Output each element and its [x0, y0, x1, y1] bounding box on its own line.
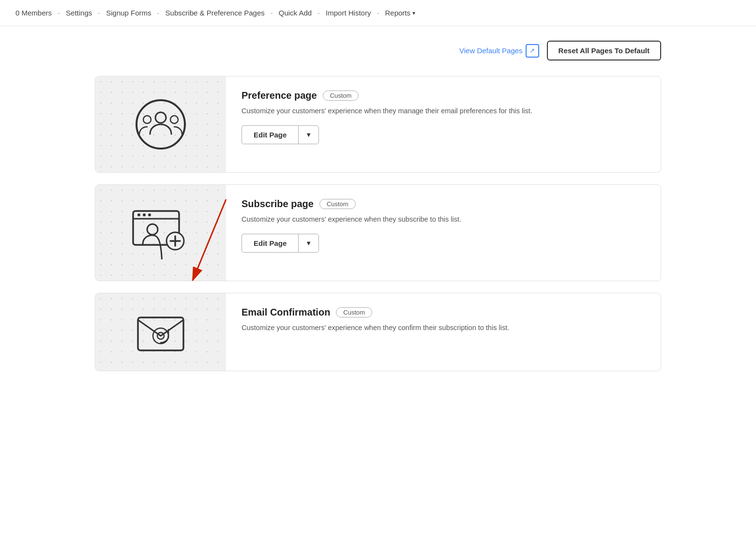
nav-sep-2: - — [98, 9, 100, 17]
subscribe-page-title: Subscribe page — [242, 198, 314, 210]
svg-point-6 — [137, 213, 140, 216]
svg-point-3 — [170, 116, 178, 123]
svg-point-9 — [147, 224, 158, 235]
svg-point-1 — [155, 112, 166, 123]
nav-signup-forms[interactable]: Signup Forms — [106, 9, 151, 17]
top-navigation: 0 Members - Settings - Signup Forms - Su… — [0, 0, 756, 26]
preference-edit-dropdown-button[interactable]: ▼ — [298, 125, 319, 144]
preference-custom-badge: Custom — [323, 90, 359, 101]
preference-card-content: Preference page Custom Customize your cu… — [226, 76, 661, 172]
nav-reports-label: Reports — [385, 9, 410, 17]
nav-sep-4: - — [271, 9, 273, 17]
preference-page-card: Preference page Custom Customize your cu… — [95, 76, 661, 173]
view-default-pages-link[interactable]: View Default Pages ↗ — [459, 44, 539, 58]
preference-title-row: Preference page Custom — [242, 90, 645, 101]
email-confirmation-card: Email Confirmation Custom Customize your… — [95, 293, 661, 371]
pages-list: Preference page Custom Customize your cu… — [95, 76, 661, 371]
subscribe-edit-page-button[interactable]: Edit Page — [242, 234, 298, 253]
svg-point-7 — [143, 213, 146, 216]
nav-import-history[interactable]: Import History — [326, 9, 371, 17]
svg-point-8 — [148, 213, 151, 216]
email-confirmation-icon-area — [95, 293, 226, 371]
nav-sep-5: - — [318, 9, 320, 17]
subscribe-card-content: Subscribe page Custom Customize your cus… — [226, 185, 661, 281]
subscribe-title-row: Subscribe page Custom — [242, 198, 645, 210]
email-confirmation-card-content: Email Confirmation Custom Customize your… — [226, 293, 661, 371]
subscribe-custom-badge: Custom — [319, 199, 356, 209]
svg-rect-14 — [138, 317, 183, 350]
nav-sep-6: - — [377, 9, 379, 17]
nav-settings[interactable]: Settings — [66, 9, 92, 17]
preference-edit-page-button[interactable]: Edit Page — [242, 125, 298, 144]
preference-icon-area — [95, 76, 226, 172]
subscribe-page-card: Subscribe page Custom Customize your cus… — [95, 184, 661, 281]
subscribe-edit-btn-group: Edit Page ▼ — [242, 234, 645, 253]
main-content: View Default Pages ↗ Reset All Pages To … — [76, 26, 680, 386]
email-confirmation-title-row: Email Confirmation Custom — [242, 307, 645, 318]
reset-all-pages-button[interactable]: Reset All Pages To Default — [547, 41, 661, 60]
email-confirmation-custom-badge: Custom — [336, 307, 372, 317]
nav-subscribe-preference[interactable]: Subscribe & Preference Pages — [166, 9, 265, 17]
preference-page-desc: Customize your customers' experience whe… — [242, 106, 551, 117]
preference-edit-btn-group: Edit Page ▼ — [242, 125, 645, 144]
subscribe-icon-area — [95, 185, 226, 281]
view-default-pages-label: View Default Pages — [459, 46, 523, 55]
nav-reports[interactable]: Reports ▾ — [385, 9, 415, 17]
subscribe-icon — [129, 206, 192, 259]
nav-members[interactable]: 0 Members — [15, 9, 52, 17]
subscribe-page-desc: Customize your customers' experience whe… — [242, 214, 551, 225]
svg-point-2 — [143, 116, 151, 123]
nav-reports-arrow-icon: ▾ — [412, 10, 415, 16]
group-icon — [132, 95, 190, 153]
preference-page-title: Preference page — [242, 90, 317, 101]
nav-sep-1: - — [58, 9, 60, 17]
nav-sep-3: - — [157, 9, 160, 17]
subscribe-dropdown-arrow-icon: ▼ — [305, 240, 312, 247]
email-icon — [134, 308, 187, 356]
email-confirmation-desc: Customize your customers' experience whe… — [242, 323, 551, 333]
actions-bar: View Default Pages ↗ Reset All Pages To … — [95, 41, 661, 60]
subscribe-edit-dropdown-button[interactable]: ▼ — [298, 234, 319, 253]
external-link-icon: ↗ — [526, 44, 539, 58]
nav-quick-add[interactable]: Quick Add — [279, 9, 312, 17]
email-confirmation-title: Email Confirmation — [242, 307, 330, 318]
preference-dropdown-arrow-icon: ▼ — [305, 131, 312, 138]
